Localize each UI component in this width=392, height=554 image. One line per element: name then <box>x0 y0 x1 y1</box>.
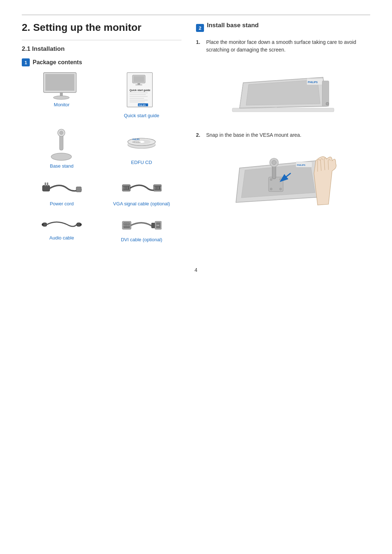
svg-rect-75 <box>232 108 334 112</box>
svg-rect-7 <box>138 83 140 85</box>
svg-point-40 <box>126 188 126 189</box>
package-grid: Monitor Quick start guide <box>22 71 181 253</box>
section-subtitle: 2.1 Installation <box>22 45 181 53</box>
svg-rect-1 <box>45 74 74 91</box>
svg-point-64 <box>124 225 125 226</box>
vga-label: VGA signal cable (optional) <box>113 201 170 206</box>
svg-point-65 <box>126 225 126 226</box>
install-basestand-header: 2 Install base stand <box>196 22 370 34</box>
svg-point-89 <box>270 178 272 181</box>
package-item-vga: VGA signal cable (optional) <box>102 179 181 206</box>
package-item-basestand: Base stand <box>22 128 102 169</box>
svg-point-41 <box>127 188 128 189</box>
svg-rect-31 <box>45 182 46 186</box>
svg-point-48 <box>158 187 159 188</box>
svg-point-38 <box>127 187 128 188</box>
cd-label: EDFU CD <box>131 160 152 165</box>
svg-rect-11 <box>130 94 146 95</box>
basestand-label: Base stand <box>50 163 73 169</box>
svg-rect-12 <box>130 96 148 97</box>
svg-point-42 <box>122 187 124 189</box>
package-item-audiocable: Audio cable <box>22 217 102 242</box>
step-2-num: 2. <box>196 131 203 139</box>
basestand-illustration <box>47 128 76 161</box>
svg-point-63 <box>128 223 129 224</box>
svg-rect-33 <box>76 187 81 192</box>
svg-rect-45 <box>155 186 160 190</box>
install-step-2: 2. Snap in the base in the VESA mount ar… <box>196 131 370 139</box>
svg-text:PHILIPS: PHILIPS <box>308 81 318 83</box>
svg-point-60 <box>124 223 125 224</box>
svg-rect-35 <box>123 186 129 190</box>
install-step-1: 1. Place the monitor face down a smooth … <box>196 38 370 54</box>
package-item-monitor: Monitor <box>22 71 102 118</box>
vga-illustration <box>122 179 162 199</box>
step1-illustration: PHILIPS <box>196 61 370 123</box>
svg-rect-70 <box>151 223 155 228</box>
svg-rect-30 <box>42 185 50 191</box>
svg-point-50 <box>157 188 158 189</box>
svg-point-52 <box>154 187 155 189</box>
monitor-label: Monitor <box>54 102 69 107</box>
svg-point-62 <box>127 223 128 224</box>
svg-point-49 <box>155 188 156 189</box>
svg-point-92 <box>279 188 282 190</box>
package-item-powercord: Power cord <box>22 179 102 206</box>
section-divider <box>22 40 181 40</box>
top-divider <box>22 15 370 15</box>
svg-point-74 <box>158 225 159 226</box>
svg-point-37 <box>126 187 126 188</box>
svg-point-66 <box>127 225 128 226</box>
install-basestand-title: Install base stand <box>207 22 259 29</box>
svg-rect-6 <box>134 76 144 82</box>
package-contents-title: Package contents <box>33 59 82 66</box>
svg-rect-55 <box>42 223 44 226</box>
step-2-text: Snap in the base in the VESA mount area. <box>206 131 301 139</box>
powercord-label: Power cord <box>50 201 74 206</box>
svg-point-53 <box>160 187 162 189</box>
svg-point-95 <box>272 160 276 165</box>
audiocable-label: Audio cable <box>49 235 74 241</box>
svg-rect-14 <box>130 100 148 100</box>
svg-rect-8 <box>135 85 142 85</box>
svg-point-21 <box>60 131 63 135</box>
monitor-illustration <box>42 71 82 100</box>
dvi-illustration <box>122 217 162 235</box>
svg-point-3 <box>53 96 69 99</box>
badge-2: 2 <box>196 24 204 32</box>
package-item-cd: PHILIPS LCD monitor EDFU CD <box>102 128 181 169</box>
svg-text:PHILIPS: PHILIPS <box>139 104 146 106</box>
svg-point-51 <box>158 188 159 189</box>
svg-text:LCD monitor: LCD monitor <box>132 141 141 143</box>
dvi-label: DVI cable (optional) <box>121 237 162 242</box>
svg-rect-32 <box>47 182 48 186</box>
step-1-text: Place the monitor face down a smooth sur… <box>206 38 370 54</box>
svg-point-39 <box>124 188 125 189</box>
step2-illustration: PHILIPS <box>196 146 370 219</box>
powercord-illustration <box>42 179 82 199</box>
svg-text:PHILIPS: PHILIPS <box>132 138 140 140</box>
cd-illustration: PHILIPS LCD monitor <box>125 128 158 157</box>
audiocable-illustration <box>42 217 82 233</box>
svg-rect-57 <box>80 223 82 226</box>
svg-point-19 <box>51 153 72 160</box>
svg-text:Quick start guide: Quick start guide <box>130 89 150 92</box>
step-1-num: 1. <box>196 38 203 54</box>
right-column: 2 Install base stand 1. Place the monito… <box>196 22 370 253</box>
svg-point-68 <box>122 225 124 226</box>
svg-rect-59 <box>123 222 130 228</box>
svg-rect-15 <box>130 102 145 102</box>
svg-point-36 <box>124 187 125 188</box>
svg-rect-10 <box>130 93 148 93</box>
svg-rect-13 <box>130 98 144 99</box>
left-column: 2. Setting up the monitor 2.1 Installati… <box>22 22 181 253</box>
quickstart-illustration: Quick start guide PHILIPS <box>125 71 158 111</box>
package-contents-header: 1 Package contents <box>22 58 181 66</box>
page-title: 2. Setting up the monitor <box>22 22 181 33</box>
svg-text:PHILIPS: PHILIPS <box>297 164 305 166</box>
svg-point-61 <box>126 223 126 224</box>
svg-point-46 <box>155 187 156 188</box>
page-number: 4 <box>22 267 370 273</box>
package-item-quickstart: Quick start guide PHILIPS Quick start gu… <box>102 71 181 118</box>
quickstart-label: Quick start guide <box>124 113 159 118</box>
